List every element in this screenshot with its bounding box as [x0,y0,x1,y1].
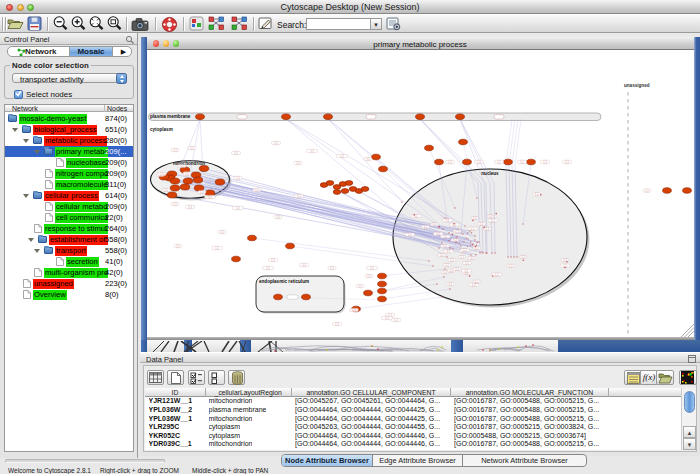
svg-text:(..): (..) [215,246,218,250]
svg-text:(..): (..) [535,192,538,196]
svg-text:(..): (..) [563,258,566,262]
svg-text:(..): (..) [473,216,476,220]
svg-text:(..): (..) [440,253,443,257]
svg-text:(..): (..) [477,160,480,164]
svg-text:plasma membrane: plasma membrane [150,114,191,119]
svg-text:(..): (..) [220,230,223,234]
svg-text:(..): (..) [465,261,468,265]
svg-text:nucleus: nucleus [481,171,499,176]
svg-text:(..): (..) [450,258,453,262]
svg-text:(..): (..) [352,308,355,312]
svg-text:(..): (..) [236,206,239,210]
svg-text:(..): (..) [310,149,313,153]
svg-text:(..): (..) [448,160,451,164]
svg-text:unassigned: unassigned [624,83,650,88]
svg-text:(..): (..) [190,146,193,150]
svg-text:(..): (..) [266,266,269,270]
svg-text:(..): (..) [565,160,568,164]
svg-text:(..): (..) [274,141,277,145]
svg-text:(..): (..) [455,230,458,234]
svg-text:(..): (..) [173,148,176,152]
svg-text:endoplasmic reticulum: endoplasmic reticulum [259,279,309,284]
svg-text:(..): (..) [271,258,274,262]
svg-text:(..): (..) [160,172,163,176]
svg-text:(..): (..) [188,205,191,209]
svg-text:(..): (..) [394,318,397,322]
svg-text:(..): (..) [276,215,279,219]
svg-text:(..): (..) [449,269,452,273]
svg-text:(..): (..) [471,227,474,231]
svg-text:(..): (..) [385,316,388,320]
svg-text:(..): (..) [645,189,648,193]
svg-text:(..): (..) [234,151,237,155]
svg-text:(..): (..) [335,322,338,326]
svg-text:(..): (..) [460,255,463,259]
svg-text:(..): (..) [296,161,299,165]
svg-text:(..): (..) [485,227,488,231]
svg-text:(..): (..) [414,214,417,218]
svg-text:(..): (..) [423,225,426,229]
svg-text:(..): (..) [436,232,439,236]
svg-text:(..): (..) [408,233,411,237]
svg-text:(..): (..) [475,280,478,284]
svg-text:(..): (..) [173,202,176,206]
svg-text:(..): (..) [463,248,466,252]
svg-text:(..): (..) [455,267,458,271]
svg-text:(..): (..) [543,160,546,164]
svg-text:(..): (..) [443,270,446,274]
svg-text:mitochondrion: mitochondrion [172,161,204,166]
svg-text:cytoplasm: cytoplasm [150,127,173,132]
svg-text:(..): (..) [520,160,523,164]
svg-text:(..): (..) [358,284,361,288]
svg-text:(..): (..) [453,238,456,242]
svg-text:(..): (..) [521,255,524,259]
svg-text:(..): (..) [464,269,467,273]
svg-text:(..): (..) [208,195,211,199]
svg-text:(..): (..) [366,157,369,161]
svg-text:(..): (..) [236,176,239,180]
svg-text:(..): (..) [489,214,492,218]
svg-text:(..): (..) [370,266,373,270]
svg-text:(..): (..) [340,154,343,158]
svg-text:(..): (..) [443,235,446,239]
svg-text:(..): (..) [200,190,203,194]
svg-text:(..): (..) [176,244,179,248]
svg-text:(..): (..) [443,244,446,248]
svg-text:(..): (..) [445,218,448,222]
svg-text:(..): (..) [330,266,333,270]
svg-text:(..): (..) [491,219,494,223]
svg-text:(..): (..) [470,256,473,260]
svg-text:(..): (..) [432,222,435,226]
svg-text:(..): (..) [255,188,258,192]
svg-text:(..): (..) [448,282,451,286]
svg-text:(..): (..) [495,273,498,277]
svg-text:(..): (..) [302,263,305,267]
svg-text:(..): (..) [180,164,183,168]
svg-text:(..): (..) [509,264,512,268]
svg-text:(..): (..) [472,283,475,287]
svg-text:(..): (..) [185,172,188,176]
svg-text:(..): (..) [445,263,448,267]
svg-text:(..): (..) [447,249,450,253]
svg-text:(..): (..) [480,222,483,226]
svg-text:(..): (..) [497,160,500,164]
svg-text:(..): (..) [164,188,167,192]
svg-text:(..): (..) [297,194,300,198]
svg-text:(..): (..) [367,274,370,278]
